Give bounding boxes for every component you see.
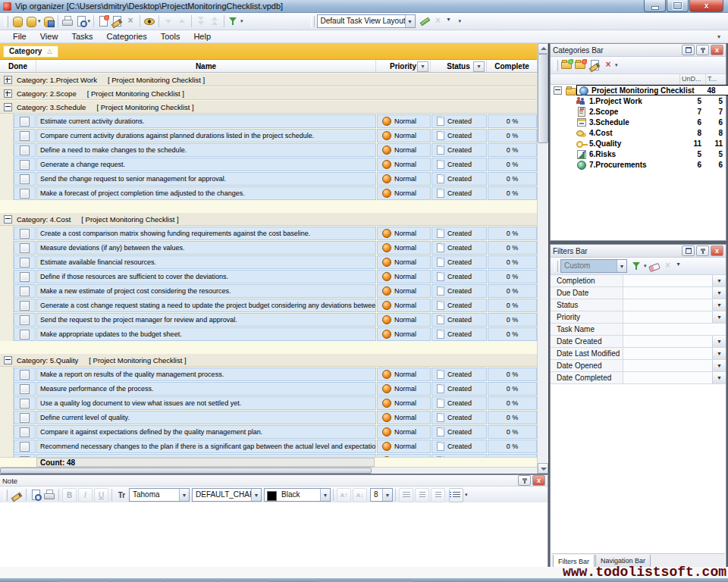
- print-button[interactable]: [61, 14, 74, 29]
- task-row[interactable]: Use a quality log document to view what …: [0, 396, 537, 410]
- new-database-button[interactable]: [11, 14, 24, 29]
- task-row[interactable]: Send the request to the project manager …: [0, 312, 537, 327]
- delete-layout-button[interactable]: ×: [431, 14, 445, 29]
- filter-preset-combo[interactable]: Custom ▼: [560, 259, 627, 273]
- note-print-button[interactable]: [42, 487, 56, 502]
- menu-item-help[interactable]: Help: [187, 31, 218, 42]
- note-editor[interactable]: [0, 502, 548, 568]
- task-checkbox[interactable]: [20, 330, 30, 340]
- task-checkbox[interactable]: [20, 189, 30, 199]
- task-checkbox[interactable]: [20, 131, 30, 141]
- column-header-priority[interactable]: Priority ▼: [376, 60, 431, 72]
- task-row[interactable]: Make a new estimate of project cost cons…: [0, 283, 537, 298]
- category-group-row[interactable]: Category: 1.Project Work[ Project Monito…: [0, 73, 537, 86]
- tree-root-row[interactable]: Project Monitoring Checklist4848: [551, 85, 726, 95]
- chevron-down-icon[interactable]: ▼: [405, 15, 415, 27]
- delete-filter-button[interactable]: ×: [661, 258, 675, 274]
- panel-close-button[interactable]: x: [532, 475, 545, 486]
- task-row[interactable]: Measure deviations (if any) between the …: [0, 240, 537, 255]
- font-family-combo[interactable]: Tahoma ▼: [129, 488, 190, 502]
- toolbar-overflow-button[interactable]: ▾▾: [445, 14, 463, 29]
- pin-button[interactable]: [518, 475, 531, 486]
- view-tasks-button[interactable]: [143, 14, 156, 29]
- menu-item-file[interactable]: File: [6, 31, 33, 42]
- task-row[interactable]: Compare current activity durations again…: [0, 128, 537, 142]
- dropdown-arrow-icon[interactable]: ▾: [644, 263, 647, 269]
- task-row[interactable]: Make a report on results of the quality …: [0, 367, 537, 381]
- chevron-down-icon[interactable]: ▼: [320, 489, 330, 501]
- grow-font-button[interactable]: A↑: [337, 488, 351, 502]
- task-checkbox[interactable]: [20, 442, 30, 452]
- task-checkbox[interactable]: [20, 258, 30, 268]
- dock-button[interactable]: [682, 45, 695, 55]
- menu-item-view[interactable]: View: [33, 31, 65, 42]
- filter-dropdown-button[interactable]: ▼: [712, 287, 726, 299]
- task-name-cell[interactable]: Create a cost comparison matrix showing …: [36, 227, 376, 240]
- task-name-cell[interactable]: Define a need to make changes to the sch…: [36, 143, 376, 157]
- edit-category-button[interactable]: [588, 58, 601, 73]
- horizontal-scrollbar-thumb[interactable]: [0, 468, 372, 474]
- bold-button[interactable]: B: [62, 488, 77, 502]
- panel-close-button[interactable]: x: [711, 246, 723, 256]
- filter-dropdown-button[interactable]: ▼: [712, 311, 726, 323]
- collapse-tree-icon[interactable]: [554, 86, 562, 95]
- task-checkbox[interactable]: [20, 174, 30, 184]
- scroll-down-button[interactable]: [538, 463, 548, 474]
- filter-value-field[interactable]: [623, 336, 712, 347]
- menu-item-categories[interactable]: Categories: [100, 31, 154, 42]
- filter-dropdown-button[interactable]: ▼: [712, 275, 726, 286]
- category-group-row[interactable]: Category: 2.Scope[ Project Monitoring Ch…: [0, 86, 537, 100]
- task-name-cell[interactable]: Compare current activity durations again…: [36, 129, 376, 142]
- task-name-cell[interactable]: Estimate available financial resources.: [36, 255, 376, 269]
- task-row[interactable]: Define a need to make changes to the sch…: [0, 142, 537, 157]
- task-checkbox[interactable]: [20, 413, 30, 423]
- scroll-up-button[interactable]: [538, 43, 548, 54]
- apply-filter-button[interactable]: ▾: [630, 258, 648, 274]
- task-name-cell[interactable]: Make appropriate updates to the budget s…: [36, 327, 376, 341]
- task-name-cell[interactable]: Send the request to the project manager …: [36, 313, 376, 327]
- move-to-bottom-button[interactable]: [194, 14, 208, 29]
- task-name-cell[interactable]: Generate a cost change request stating a…: [36, 299, 376, 312]
- dropdown-arrow-icon[interactable]: ▾: [88, 18, 91, 24]
- minimize-button[interactable]: [644, 0, 666, 12]
- task-row[interactable]: Define if those resources are sufficient…: [0, 269, 537, 283]
- task-name-cell[interactable]: Measure deviations (if any) between the …: [36, 241, 376, 255]
- task-checkbox[interactable]: [20, 272, 30, 282]
- collapse-group-icon[interactable]: [4, 103, 12, 111]
- clear-filter-button[interactable]: [648, 258, 661, 274]
- dropdown-arrow-icon[interactable]: ▾: [240, 18, 243, 24]
- tree-category-row[interactable]: 5.Quality1111: [551, 138, 726, 149]
- task-name-cell[interactable]: Measure performance of the process.: [36, 382, 376, 396]
- font-size-combo[interactable]: 8 ▼: [370, 488, 393, 502]
- save-database-button[interactable]: [42, 14, 55, 29]
- toolbar-grip[interactable]: [554, 261, 558, 272]
- edit-task-button[interactable]: [110, 14, 124, 29]
- vertical-scrollbar[interactable]: [537, 43, 548, 474]
- task-checkbox[interactable]: [20, 399, 30, 408]
- task-checkbox[interactable]: [20, 160, 30, 170]
- priority-filter-dropdown[interactable]: ▼: [417, 61, 428, 72]
- task-row[interactable]: Measure performance of the process.Norma…: [0, 381, 537, 396]
- filter-value-field[interactable]: [623, 299, 712, 311]
- filter-value-field[interactable]: [623, 324, 726, 335]
- filter-dropdown-button[interactable]: ▼: [712, 299, 726, 311]
- task-checkbox[interactable]: [20, 301, 30, 311]
- column-header-undone[interactable]: UnD...: [680, 74, 706, 84]
- chevron-down-icon[interactable]: ▼: [617, 260, 626, 272]
- category-group-row[interactable]: Category: 4.Cost[ Project Monitoring Che…: [0, 212, 537, 226]
- toolbar-grip[interactable]: [554, 60, 558, 71]
- category-group-row[interactable]: Category: 3.Schedule[ Project Monitoring…: [0, 100, 537, 114]
- expand-group-icon[interactable]: [4, 76, 12, 84]
- task-row[interactable]: Create a cost comparison matrix showing …: [0, 226, 537, 240]
- new-checklist-button[interactable]: [560, 58, 574, 73]
- complete-task-button[interactable]: ×: [124, 14, 137, 29]
- task-checkbox[interactable]: [20, 370, 30, 380]
- layout-combo[interactable]: Default Task View Layout ▼: [317, 14, 416, 28]
- bullet-list-button[interactable]: [449, 488, 463, 502]
- task-row[interactable]: Generate a cost change request stating a…: [0, 298, 537, 312]
- toolbar-grip[interactable]: [5, 16, 8, 27]
- print-preview-button[interactable]: ▾: [74, 14, 92, 29]
- move-to-top-button[interactable]: [208, 14, 221, 29]
- chevron-down-icon[interactable]: ▼: [179, 489, 189, 501]
- tree-category-row[interactable]: 4.Cost88: [551, 127, 726, 138]
